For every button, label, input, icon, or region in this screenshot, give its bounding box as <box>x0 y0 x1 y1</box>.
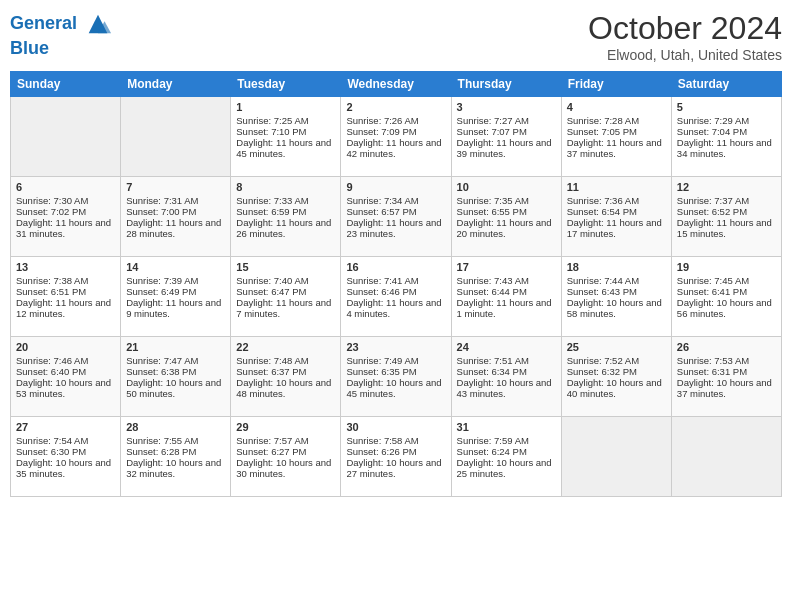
sunset-text: Sunset: 6:37 PM <box>236 366 335 377</box>
sunrise-text: Sunrise: 7:39 AM <box>126 275 225 286</box>
sunrise-text: Sunrise: 7:27 AM <box>457 115 556 126</box>
sunrise-text: Sunrise: 7:28 AM <box>567 115 666 126</box>
sunrise-text: Sunrise: 7:37 AM <box>677 195 776 206</box>
sunset-text: Sunset: 6:59 PM <box>236 206 335 217</box>
day-cell <box>11 97 121 177</box>
sunrise-text: Sunrise: 7:36 AM <box>567 195 666 206</box>
day-number: 15 <box>236 261 335 273</box>
daylight-text: Daylight: 10 hours and 48 minutes. <box>236 377 335 399</box>
location: Elwood, Utah, United States <box>588 47 782 63</box>
sunrise-text: Sunrise: 7:51 AM <box>457 355 556 366</box>
sunset-text: Sunset: 6:43 PM <box>567 286 666 297</box>
day-cell <box>671 417 781 497</box>
daylight-text: Daylight: 11 hours and 20 minutes. <box>457 217 556 239</box>
day-cell: 12Sunrise: 7:37 AMSunset: 6:52 PMDayligh… <box>671 177 781 257</box>
logo: General Blue <box>10 10 112 59</box>
daylight-text: Daylight: 10 hours and 53 minutes. <box>16 377 115 399</box>
day-number: 10 <box>457 181 556 193</box>
day-number: 1 <box>236 101 335 113</box>
sunset-text: Sunset: 7:04 PM <box>677 126 776 137</box>
sunset-text: Sunset: 6:46 PM <box>346 286 445 297</box>
day-number: 13 <box>16 261 115 273</box>
day-cell: 2Sunrise: 7:26 AMSunset: 7:09 PMDaylight… <box>341 97 451 177</box>
header: General Blue October 2024 Elwood, Utah, … <box>10 10 782 63</box>
week-row-3: 20Sunrise: 7:46 AMSunset: 6:40 PMDayligh… <box>11 337 782 417</box>
sunset-text: Sunset: 6:34 PM <box>457 366 556 377</box>
daylight-text: Daylight: 11 hours and 23 minutes. <box>346 217 445 239</box>
daylight-text: Daylight: 10 hours and 32 minutes. <box>126 457 225 479</box>
sunrise-text: Sunrise: 7:34 AM <box>346 195 445 206</box>
day-number: 2 <box>346 101 445 113</box>
daylight-text: Daylight: 10 hours and 30 minutes. <box>236 457 335 479</box>
sunset-text: Sunset: 7:05 PM <box>567 126 666 137</box>
header-row: SundayMondayTuesdayWednesdayThursdayFrid… <box>11 72 782 97</box>
sunrise-text: Sunrise: 7:52 AM <box>567 355 666 366</box>
sunrise-text: Sunrise: 7:26 AM <box>346 115 445 126</box>
day-header-friday: Friday <box>561 72 671 97</box>
day-cell: 1Sunrise: 7:25 AMSunset: 7:10 PMDaylight… <box>231 97 341 177</box>
day-cell <box>121 97 231 177</box>
day-number: 28 <box>126 421 225 433</box>
day-cell: 7Sunrise: 7:31 AMSunset: 7:00 PMDaylight… <box>121 177 231 257</box>
daylight-text: Daylight: 11 hours and 17 minutes. <box>567 217 666 239</box>
daylight-text: Daylight: 10 hours and 50 minutes. <box>126 377 225 399</box>
sunset-text: Sunset: 7:09 PM <box>346 126 445 137</box>
sunrise-text: Sunrise: 7:41 AM <box>346 275 445 286</box>
day-cell: 5Sunrise: 7:29 AMSunset: 7:04 PMDaylight… <box>671 97 781 177</box>
daylight-text: Daylight: 11 hours and 37 minutes. <box>567 137 666 159</box>
sunset-text: Sunset: 6:52 PM <box>677 206 776 217</box>
day-cell <box>561 417 671 497</box>
day-cell: 16Sunrise: 7:41 AMSunset: 6:46 PMDayligh… <box>341 257 451 337</box>
logo-blue: Blue <box>10 38 112 59</box>
day-cell: 13Sunrise: 7:38 AMSunset: 6:51 PMDayligh… <box>11 257 121 337</box>
sunrise-text: Sunrise: 7:29 AM <box>677 115 776 126</box>
day-number: 9 <box>346 181 445 193</box>
daylight-text: Daylight: 11 hours and 42 minutes. <box>346 137 445 159</box>
sunrise-text: Sunrise: 7:31 AM <box>126 195 225 206</box>
sunrise-text: Sunrise: 7:25 AM <box>236 115 335 126</box>
day-number: 20 <box>16 341 115 353</box>
day-number: 6 <box>16 181 115 193</box>
day-cell: 28Sunrise: 7:55 AMSunset: 6:28 PMDayligh… <box>121 417 231 497</box>
day-cell: 29Sunrise: 7:57 AMSunset: 6:27 PMDayligh… <box>231 417 341 497</box>
day-cell: 6Sunrise: 7:30 AMSunset: 7:02 PMDaylight… <box>11 177 121 257</box>
daylight-text: Daylight: 10 hours and 37 minutes. <box>677 377 776 399</box>
day-number: 4 <box>567 101 666 113</box>
sunset-text: Sunset: 6:47 PM <box>236 286 335 297</box>
sunset-text: Sunset: 6:49 PM <box>126 286 225 297</box>
sunset-text: Sunset: 6:51 PM <box>16 286 115 297</box>
daylight-text: Daylight: 11 hours and 39 minutes. <box>457 137 556 159</box>
daylight-text: Daylight: 11 hours and 9 minutes. <box>126 297 225 319</box>
day-number: 12 <box>677 181 776 193</box>
daylight-text: Daylight: 10 hours and 43 minutes. <box>457 377 556 399</box>
sunset-text: Sunset: 7:02 PM <box>16 206 115 217</box>
daylight-text: Daylight: 11 hours and 28 minutes. <box>126 217 225 239</box>
day-cell: 27Sunrise: 7:54 AMSunset: 6:30 PMDayligh… <box>11 417 121 497</box>
day-header-tuesday: Tuesday <box>231 72 341 97</box>
day-cell: 17Sunrise: 7:43 AMSunset: 6:44 PMDayligh… <box>451 257 561 337</box>
sunrise-text: Sunrise: 7:40 AM <box>236 275 335 286</box>
day-number: 19 <box>677 261 776 273</box>
day-header-thursday: Thursday <box>451 72 561 97</box>
day-number: 16 <box>346 261 445 273</box>
day-header-wednesday: Wednesday <box>341 72 451 97</box>
day-cell: 25Sunrise: 7:52 AMSunset: 6:32 PMDayligh… <box>561 337 671 417</box>
sunrise-text: Sunrise: 7:55 AM <box>126 435 225 446</box>
week-row-0: 1Sunrise: 7:25 AMSunset: 7:10 PMDaylight… <box>11 97 782 177</box>
sunrise-text: Sunrise: 7:46 AM <box>16 355 115 366</box>
sunset-text: Sunset: 7:07 PM <box>457 126 556 137</box>
day-cell: 21Sunrise: 7:47 AMSunset: 6:38 PMDayligh… <box>121 337 231 417</box>
sunrise-text: Sunrise: 7:49 AM <box>346 355 445 366</box>
daylight-text: Daylight: 11 hours and 31 minutes. <box>16 217 115 239</box>
day-number: 3 <box>457 101 556 113</box>
month-title: October 2024 <box>588 10 782 47</box>
title-block: October 2024 Elwood, Utah, United States <box>588 10 782 63</box>
sunset-text: Sunset: 6:44 PM <box>457 286 556 297</box>
daylight-text: Daylight: 10 hours and 56 minutes. <box>677 297 776 319</box>
sunset-text: Sunset: 6:32 PM <box>567 366 666 377</box>
day-cell: 15Sunrise: 7:40 AMSunset: 6:47 PMDayligh… <box>231 257 341 337</box>
week-row-1: 6Sunrise: 7:30 AMSunset: 7:02 PMDaylight… <box>11 177 782 257</box>
day-cell: 4Sunrise: 7:28 AMSunset: 7:05 PMDaylight… <box>561 97 671 177</box>
sunrise-text: Sunrise: 7:48 AM <box>236 355 335 366</box>
day-cell: 8Sunrise: 7:33 AMSunset: 6:59 PMDaylight… <box>231 177 341 257</box>
